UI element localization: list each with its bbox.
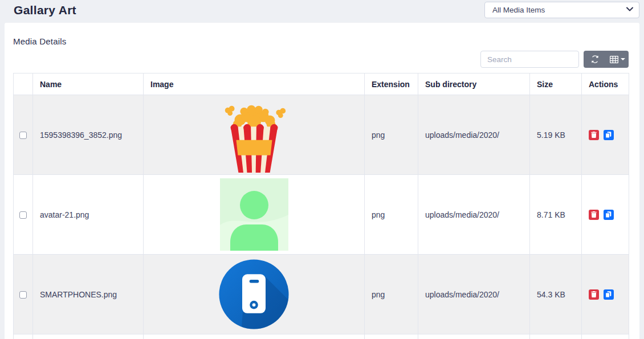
table-row: 1595398396_3852.png xyxy=(14,95,629,175)
file-extension: png xyxy=(365,255,418,334)
actions-cell xyxy=(582,175,629,255)
avatar-image xyxy=(220,178,288,251)
delete-button[interactable] xyxy=(589,289,599,300)
popcorn-image xyxy=(220,97,288,173)
image-cell xyxy=(144,95,365,175)
header-checkbox-column xyxy=(14,73,33,95)
file-size: 5.19 KB xyxy=(530,95,582,175)
refresh-icon xyxy=(591,55,599,63)
file-sub-directory: uploads/media/2020/ xyxy=(418,95,530,175)
refresh-button[interactable] xyxy=(584,51,606,68)
caret-down-icon xyxy=(621,58,625,60)
actions-cell xyxy=(582,255,629,334)
copy-icon xyxy=(605,291,612,298)
file-sub-directory: uploads/media/2020/ xyxy=(418,175,530,255)
trash-icon xyxy=(591,291,597,297)
header-actions: Actions xyxy=(582,73,629,95)
copy-button[interactable] xyxy=(604,210,614,220)
header-size: Size xyxy=(530,73,582,95)
table-header-row: Name Image Extension Sub directory Size … xyxy=(14,73,629,95)
file-sub-directory: uploads/media/2020/ xyxy=(418,255,530,334)
actions-cell xyxy=(582,95,629,175)
header-sub-directory: Sub directory xyxy=(418,73,530,95)
columns-dropdown-button[interactable] xyxy=(606,51,629,68)
file-extension: png xyxy=(365,95,418,175)
copy-icon xyxy=(605,211,612,218)
table-row-partial xyxy=(14,334,629,339)
smartphone-image xyxy=(218,258,290,330)
card-title: Media Details xyxy=(13,36,66,46)
media-filter-select[interactable]: All Media Items xyxy=(484,2,639,18)
file-name: avatar-21.png xyxy=(33,175,144,255)
header-extension: Extension xyxy=(365,73,418,95)
image-cell xyxy=(144,175,365,255)
media-table: Name Image Extension Sub directory Size … xyxy=(13,73,629,339)
row-checkbox[interactable] xyxy=(19,211,27,219)
file-size: 8.71 KB xyxy=(530,175,582,255)
image-cell xyxy=(144,255,365,334)
file-size: 54.3 KB xyxy=(530,255,582,334)
header-name: Name xyxy=(33,73,144,95)
media-filter-select-wrap: All Media Items xyxy=(484,2,639,18)
file-name: SMARTPHONES.png xyxy=(33,255,144,334)
table-columns-icon xyxy=(610,56,618,63)
table-toolbar-button-group xyxy=(584,51,629,68)
header-image: Image xyxy=(144,73,365,95)
row-checkbox[interactable] xyxy=(19,291,27,299)
trash-icon xyxy=(591,211,597,218)
table-row: SMARTPHONES.png xyxy=(14,255,629,334)
search-input[interactable] xyxy=(480,51,579,68)
row-checkbox[interactable] xyxy=(19,132,27,139)
file-extension: png xyxy=(365,175,418,255)
delete-button[interactable] xyxy=(589,210,599,220)
table-row: avatar-21.png png uploads/media/2020/ 8.… xyxy=(14,175,629,255)
copy-button[interactable] xyxy=(604,130,614,140)
trash-icon xyxy=(591,132,597,138)
copy-button[interactable] xyxy=(604,289,614,300)
media-gallery-page: Gallary Art All Media Items Media Detail… xyxy=(0,0,644,339)
file-name: 1595398396_3852.png xyxy=(33,95,144,175)
page-title: Gallary Art xyxy=(14,3,76,17)
copy-icon xyxy=(605,131,612,138)
delete-button[interactable] xyxy=(589,130,599,140)
